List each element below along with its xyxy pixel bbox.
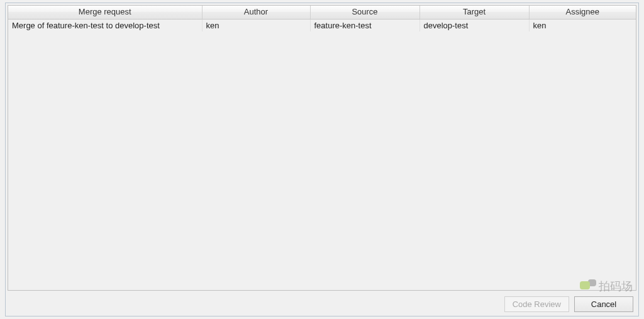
merge-request-table: Merge request Author Source Target Assig…: [8, 6, 636, 31]
cell-assignee: ken: [529, 19, 636, 31]
merge-request-dialog: Merge request Author Source Target Assig…: [5, 3, 639, 316]
cancel-button[interactable]: Cancel: [574, 296, 633, 312]
cell-author: ken: [202, 19, 310, 31]
code-review-button: Code Review: [504, 296, 569, 312]
table-header-row: Merge request Author Source Target Assig…: [8, 6, 636, 19]
cell-merge-request: Merge of feature-ken-test to develop-tes…: [8, 19, 202, 31]
merge-request-table-container: Merge request Author Source Target Assig…: [8, 5, 636, 291]
column-header-merge-request[interactable]: Merge request: [8, 6, 202, 19]
cell-target: develop-test: [419, 19, 529, 31]
table-row[interactable]: Merge of feature-ken-test to develop-tes…: [8, 19, 636, 31]
column-header-target[interactable]: Target: [419, 6, 529, 19]
dialog-button-bar: Code Review Cancel: [6, 293, 638, 316]
cell-source: feature-ken-test: [310, 19, 419, 31]
column-header-assignee[interactable]: Assignee: [529, 6, 636, 19]
column-header-author[interactable]: Author: [202, 6, 310, 19]
column-header-source[interactable]: Source: [310, 6, 419, 19]
